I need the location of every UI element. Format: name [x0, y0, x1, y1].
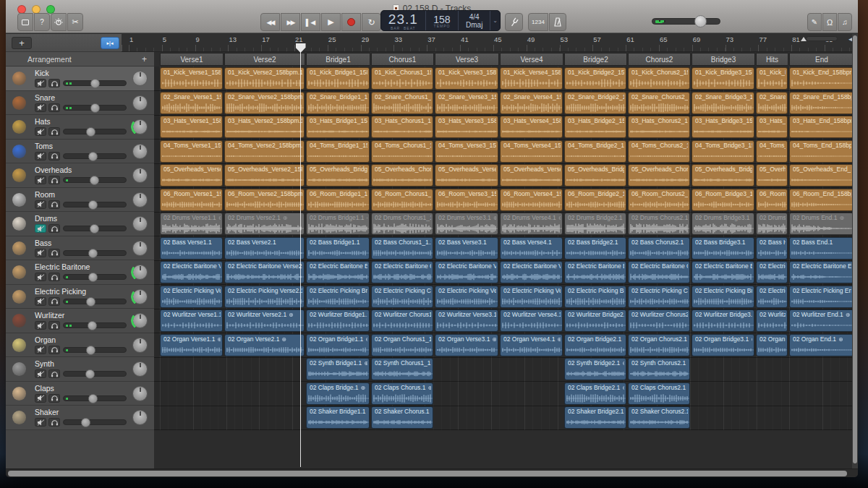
volume-slider[interactable]	[63, 395, 127, 401]
region-02-snare-chorus2-158bp[interactable]: 02_Snare_Chorus2_158bp	[628, 92, 690, 114]
region-04-toms-bridge2-158bp[interactable]: 04_Toms_Bridge2_158bp	[564, 140, 626, 163]
lcd-display[interactable]: 23.1 BAR BEAT 158 TEMPO 4/4 Dmaj ⌄	[380, 10, 501, 31]
region-05-overheads-verse1-158[interactable]: 05_Overheads_Verse1_158	[160, 164, 223, 187]
region-02-claps-chorus2-1[interactable]: 02 Claps Chorus2.1⊕	[628, 382, 690, 405]
tracks-canvas[interactable]: 01_Kick_Verse1_158bpm.101_Kick_Verse2_15…	[154, 67, 858, 430]
region-06-room-hi[interactable]: 06_Room_Hi	[756, 189, 788, 211]
track-header-drums[interactable]: Drums	[6, 212, 154, 236]
mute-button[interactable]	[35, 249, 46, 257]
track-header-synth[interactable]: Synth	[6, 357, 154, 382]
region-01-kick-bridge1-158bpm-[interactable]: 01_Kick_Bridge1_158bpm.	[306, 67, 370, 90]
region-06-room-verse4-158bp[interactable]: 06_Room_Verse4_158bp	[500, 189, 563, 211]
volume-thumb[interactable]	[86, 346, 95, 355]
volume-thumb[interactable]	[90, 103, 100, 113]
region-02-snare-bridge3-158bp[interactable]: 02_Snare_Bridge3_158bp	[692, 92, 754, 114]
volume-slider[interactable]	[63, 250, 127, 256]
region-02-organ-chorus2-1[interactable]: 02 Organ Chorus2.1⊕	[628, 334, 690, 356]
mute-button[interactable]	[35, 103, 46, 112]
mute-button[interactable]	[35, 200, 46, 209]
volume-slider[interactable]	[63, 322, 127, 328]
region-04-toms-bridge3-158bp[interactable]: 04_Toms_Bridge3_158bp	[692, 140, 754, 163]
mute-button[interactable]	[35, 224, 46, 233]
region-02-claps-bridge-1[interactable]: 02 Claps Bridge.1⊕	[306, 382, 370, 405]
region-02-wurlitzer-end-1[interactable]: 02 Wurlitzer End.1⊕	[789, 309, 854, 332]
region-03-hats-end-158bpm-1[interactable]: 03_Hats_End_158bpm.1	[789, 116, 854, 138]
region-02-bass-chorus1-1-1[interactable]: 02 Bass Chorus1_1.1	[371, 237, 433, 260]
arrangement-marker-bridge3[interactable]: Bridge3	[692, 53, 755, 66]
region-02-bass-verse1-1[interactable]: 02 Bass Verse1.1	[160, 237, 223, 260]
arrangement-marker-hits[interactable]: Hits	[756, 53, 788, 66]
vertical-scrollbar-thumb[interactable]	[853, 35, 857, 463]
region-02-organ-bridge2-1[interactable]: 02 Organ Bridge2.1⊕	[564, 334, 626, 356]
track-header-shaker[interactable]: Shaker	[6, 406, 154, 430]
pan-knob[interactable]	[132, 386, 148, 401]
solo-button[interactable]	[48, 200, 60, 209]
volume-thumb[interactable]	[88, 152, 98, 161]
solo-button[interactable]	[48, 418, 60, 427]
arrangement-marker-verse3[interactable]: Verse3	[435, 53, 499, 66]
region-02-electric-picking-bridge[interactable]: 02 Electric Picking Bridge	[692, 286, 754, 308]
region-02-organ-chorus1-1-1[interactable]: 02 Organ Chorus1_1.1	[371, 334, 433, 356]
region-02-snare-bridge2-158bp[interactable]: 02_Snare_Bridge2_158bp	[564, 92, 626, 114]
pan-knob[interactable]	[132, 241, 148, 256]
track-header-toms[interactable]: Toms	[6, 140, 154, 164]
region-04-toms-chorus2-158b[interactable]: 04_Toms_Chorus2_158b	[628, 140, 690, 163]
volume-thumb[interactable]	[81, 418, 90, 427]
volume-slider[interactable]	[63, 347, 127, 353]
region-04-toms-hi[interactable]: 04_Toms_Hi	[756, 140, 788, 163]
region-04-toms-verse1-158bpm-[interactable]: 04_Toms_Verse1_158bpm.	[160, 140, 223, 163]
region-02-wurlitzer-bridge3-1[interactable]: 02 Wurlitzer Bridge3.1	[692, 309, 754, 332]
region-02-wurlitzer-chorus2-1[interactable]: 02 Wurlitzer Chorus2.1	[628, 309, 690, 332]
region-02-drums-bridge2-1[interactable]: 02 Drums Bridge2.1⊕	[564, 213, 626, 235]
region-01-kick-end-158bpm-1[interactable]: 01_Kick_End_158bpm.1	[789, 67, 854, 90]
region-03-hats-chorus2-158bp[interactable]: 03_Hats_Chorus2_158bp	[628, 116, 690, 138]
region-02-drums-verse4-1[interactable]: 02 Drums Verse4.1⊕	[500, 213, 563, 235]
region-02-wurlitzer-verse2-1[interactable]: 02 Wurlitzer Verse2.1⊕	[224, 309, 305, 332]
volume-thumb[interactable]	[90, 79, 100, 88]
volume-thumb[interactable]	[90, 176, 99, 185]
region-01-kick-hits[interactable]: 01_Kick_Hits	[756, 67, 788, 90]
region-03-hats-bridge3-158bpm[interactable]: 03_Hats_Bridge3_158bpm	[692, 116, 754, 138]
region-03-hats-verse4-158bpm-[interactable]: 03_Hats_Verse4_158bpm.	[500, 116, 563, 138]
library-toggle-button[interactable]	[17, 13, 33, 31]
region-02-drums-verse1-1[interactable]: 02 Drums Verse1.1⊕	[160, 213, 223, 235]
region-05-overhea[interactable]: 05_Overhea	[756, 164, 788, 187]
region-04-toms-verse3-158bpm-[interactable]: 04_Toms_Verse3_158bpm.	[435, 140, 498, 163]
region-02-bass-verse4-1[interactable]: 02 Bass Verse4.1	[500, 237, 563, 260]
region-02-electric-baritone-chor[interactable]: 02 Electric Baritone Chor	[628, 261, 690, 283]
pan-knob[interactable]	[132, 289, 148, 304]
region-02-electric-baritone-bridg[interactable]: 02 Electric Baritone Bridg	[564, 261, 626, 283]
pan-knob[interactable]	[132, 95, 148, 111]
solo-button[interactable]	[48, 103, 60, 112]
volume-thumb[interactable]	[88, 249, 98, 258]
volume-slider[interactable]	[63, 419, 127, 425]
solo-button[interactable]	[48, 321, 60, 330]
solo-button[interactable]	[48, 297, 60, 306]
region-06-room-verse2-158bpm-1[interactable]: 06_Room_Verse2_158bpm.1	[224, 189, 305, 211]
mute-button[interactable]	[35, 418, 46, 427]
region-02-electric-baritone-bridg[interactable]: 02 Electric Baritone Bridg	[692, 261, 754, 283]
region-02-electric-baritone-verse2-1[interactable]: 02 Electric Baritone Verse2.1	[224, 261, 305, 283]
region-05-overheads-end-158b[interactable]: 05_Overheads_End_158b	[789, 164, 854, 187]
region-02-organ-bridge3-1[interactable]: 02 Organ Bridge3.1⊕	[692, 334, 754, 356]
pan-knob[interactable]	[132, 216, 148, 231]
lcd-mode-chevron[interactable]: ⌄	[490, 11, 500, 30]
region-02-synth-bridge1-1[interactable]: 02 Synth Bridge1.1⊕	[306, 358, 370, 380]
region-02-drums-verse3-1[interactable]: 02 Drums Verse3.1⊕	[435, 213, 498, 235]
region-01-kick-verse2-158bpm-1[interactable]: 01_Kick_Verse2_158bpm.1	[224, 67, 305, 90]
quick-help-button[interactable]: ?	[34, 13, 50, 31]
region-03-hats-bridge1-158bpm-[interactable]: 03_Hats_Bridge1_158bpm.	[306, 116, 370, 138]
region-05-overheads-bridge2-15[interactable]: 05_Overheads_Bridge2_15	[564, 164, 626, 187]
region-02-shaker-chorus2-1[interactable]: 02 Shaker Chorus2.1	[628, 406, 690, 429]
region-02-electric-baritone-verse[interactable]: 02 Electric Baritone Verse	[160, 261, 223, 283]
region-02-claps-chorus-1[interactable]: 02 Claps Chorus.1⊕	[371, 382, 433, 405]
region-02-snare-verse1-158bpm-[interactable]: 02_Snare_Verse1_158bpm.	[160, 92, 223, 114]
region-02-electric-picking-choru[interactable]: 02 Electric Picking Choru	[371, 286, 433, 308]
empty-workspace[interactable]	[154, 430, 858, 468]
volume-slider[interactable]	[63, 274, 127, 280]
mute-button[interactable]	[35, 273, 46, 281]
region-04-toms-verse4-158bpm-[interactable]: 04_Toms_Verse4_158bpm.	[500, 140, 563, 163]
region-02-electric-picking-verse1[interactable]: 02 Electric Picking Verse1	[160, 286, 223, 308]
volume-thumb[interactable]	[88, 321, 97, 330]
pan-knob[interactable]	[132, 338, 148, 353]
